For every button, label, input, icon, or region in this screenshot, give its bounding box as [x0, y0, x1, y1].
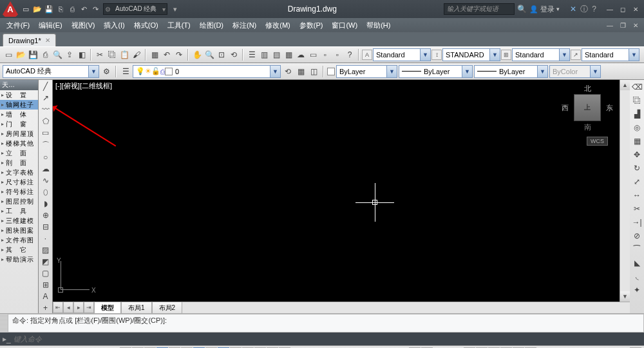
panel-item-stair[interactable]: 楼梯其他 — [0, 139, 38, 148]
chamfer-icon[interactable]: ◣ — [631, 257, 643, 269]
undo-icon[interactable]: ↶ — [161, 49, 173, 61]
layer-properties-icon[interactable]: ☰ — [120, 66, 131, 77]
doc-minimize-button[interactable]: — — [604, 21, 616, 30]
panel-item-block-pattern[interactable]: 图块图案 — [0, 226, 38, 235]
viewport-label[interactable]: [-][俯视][二维线框] — [55, 81, 112, 91]
panel-item-door-window[interactable]: 门 窗 — [0, 119, 38, 129]
region-icon[interactable]: ▢ — [40, 268, 52, 278]
makeblock-icon[interactable]: ⊟ — [40, 222, 52, 232]
panel-item-file-layout[interactable]: 文件布图 — [0, 235, 38, 245]
search-input[interactable]: 输入关键字或短语 — [444, 3, 515, 15]
plot-icon[interactable]: ⎙ — [39, 49, 51, 61]
publish-icon[interactable]: ⇪ — [64, 49, 75, 61]
layer-states-icon[interactable]: ▦ — [295, 66, 307, 77]
panel-item-text-table[interactable]: 文字表格 — [0, 168, 38, 177]
copy-obj-icon[interactable]: ⿻ — [631, 95, 643, 106]
workspace-combo[interactable]: AutoCAD 经典▼ — [3, 65, 99, 78]
maximize-button[interactable]: ◻ — [617, 5, 629, 14]
ellipse-icon[interactable]: ⬯ — [40, 187, 52, 197]
point-icon[interactable]: · — [40, 233, 52, 244]
undo-icon[interactable]: ↶ — [79, 4, 89, 14]
color-swatch[interactable] — [327, 68, 335, 75]
menu-parametric[interactable]: 参数(P) — [296, 19, 327, 32]
layer-state-combo[interactable]: 💡☀🔓⎙ 0▼ — [133, 65, 281, 78]
erase-icon[interactable]: ⌫ — [631, 81, 643, 93]
viewcube-north[interactable]: 北 — [584, 84, 591, 93]
scroll-down-icon[interactable]: ▼ — [620, 291, 630, 302]
markup-icon[interactable]: ☁ — [295, 49, 307, 61]
join-icon[interactable]: ⁀ — [631, 244, 643, 255]
color-select[interactable]: ByLayer▼ — [336, 65, 397, 78]
blockeditor-icon[interactable]: ▦ — [149, 49, 160, 61]
menu-insert[interactable]: 插入(I) — [100, 19, 128, 32]
properties-icon[interactable]: ☰ — [246, 49, 258, 61]
addselected-icon[interactable]: + — [40, 303, 52, 313]
close-button[interactable]: ✕ — [630, 5, 641, 14]
rectangle-icon[interactable]: ▭ — [40, 128, 52, 138]
panel-item-dimension[interactable]: 尺寸标注 — [0, 177, 38, 187]
app-logo[interactable]: A — [3, 1, 18, 17]
tab-next-icon[interactable]: ▸ — [73, 302, 84, 313]
table-icon[interactable]: ⊞ — [40, 280, 52, 290]
rotate-icon[interactable]: ↻ — [631, 162, 643, 174]
extend-icon[interactable]: →| — [631, 217, 643, 228]
gradient-icon[interactable]: ◩ — [40, 256, 52, 267]
zoom-prev-icon[interactable]: ⟲ — [228, 49, 240, 61]
menu-help[interactable]: 帮助(H) — [363, 19, 394, 32]
tb-extra2-icon[interactable]: ▫ — [332, 49, 343, 61]
layer-isolate-icon[interactable]: ◫ — [308, 66, 319, 77]
tab-layout1[interactable]: 布局1 — [121, 302, 152, 313]
sheetset-icon[interactable]: ▦ — [283, 49, 294, 61]
fillet-icon[interactable]: ◟ — [631, 271, 643, 282]
panel-item-tools[interactable]: 工 具 — [0, 206, 38, 216]
tab-last-icon[interactable]: ⇥ — [84, 302, 94, 313]
panel-item-layer-control[interactable]: 图层控制 — [0, 197, 38, 206]
menu-file[interactable]: 文件(F) — [3, 19, 33, 32]
viewcube-east[interactable]: 东 — [606, 103, 613, 113]
panel-item-settings[interactable]: 设 置 — [0, 90, 38, 100]
panel-item-room-roof[interactable]: 房间屋顶 — [0, 129, 38, 139]
table-style-select[interactable]: Standard▼ — [512, 48, 570, 61]
copy-icon[interactable]: ⿻ — [106, 49, 118, 61]
panel-item-other[interactable]: 其 它 — [0, 245, 38, 255]
panel-item-wall[interactable]: 墙 体 — [0, 110, 38, 119]
canvas[interactable]: [-][俯视][二维线框] Y X 北 西 东 上 南 WCS — [53, 80, 620, 302]
designcenter-icon[interactable]: ▥ — [258, 49, 270, 61]
matchprop-icon[interactable]: 🖌 — [131, 49, 142, 61]
tablestyle-icon[interactable]: ⊞ — [501, 50, 511, 60]
command-grip[interactable] — [0, 314, 8, 333]
minimize-button[interactable]: — — [604, 5, 616, 14]
command-input[interactable] — [14, 335, 641, 343]
menu-modify[interactable]: 修改(M) — [261, 19, 294, 32]
horizontal-scrollbar[interactable] — [182, 302, 630, 313]
menu-draw[interactable]: 绘图(D) — [196, 19, 227, 32]
viewcube[interactable]: 北 西 东 上 南 WCS — [562, 84, 613, 142]
search-icon[interactable]: 🔍 — [517, 5, 527, 14]
open-icon[interactable]: 📂 — [15, 49, 26, 61]
tb-extra1-icon[interactable]: ▫ — [319, 49, 331, 61]
menu-dimension[interactable]: 标注(N) — [229, 19, 260, 32]
panel-header[interactable]: 天… — [0, 80, 38, 90]
explode-icon[interactable]: ✦ — [631, 284, 643, 296]
xline-icon[interactable]: ↗ — [40, 93, 52, 103]
vertical-scrollbar[interactable]: ▲ ▼ — [620, 80, 630, 302]
tab-model[interactable]: 模型 — [94, 302, 121, 313]
viewcube-west[interactable]: 西 — [562, 103, 569, 113]
mleaderstyle-icon[interactable]: ↗ — [571, 50, 581, 60]
revcloud-icon[interactable]: ☁ — [40, 164, 52, 174]
3ddwf-icon[interactable]: ◧ — [76, 49, 88, 61]
trim-icon[interactable]: ✂ — [631, 203, 643, 215]
break-icon[interactable]: ⊘ — [631, 230, 643, 242]
lineweight-select[interactable]: ByLayer▼ — [474, 65, 548, 78]
menu-edit[interactable]: 编辑(E) — [35, 19, 66, 32]
offset-icon[interactable]: ◎ — [631, 122, 643, 133]
qat-dropdown-icon[interactable]: ▾ — [170, 4, 180, 14]
scale-icon[interactable]: ⤢ — [631, 176, 643, 188]
command-history-text[interactable]: 命令: 指定对角点或 [栏选(F)/圈围(WP)/圈交(CP)]: — [8, 314, 644, 333]
tab-layout2[interactable]: 布局2 — [152, 302, 183, 313]
spline-icon[interactable]: ∿ — [40, 175, 52, 186]
pan-icon[interactable]: ✋ — [191, 49, 203, 61]
tab-first-icon[interactable]: ⇤ — [53, 302, 63, 313]
infocenter-icon[interactable]: ⓘ — [580, 4, 588, 15]
zoom-realtime-icon[interactable]: 🔍 — [204, 49, 215, 61]
